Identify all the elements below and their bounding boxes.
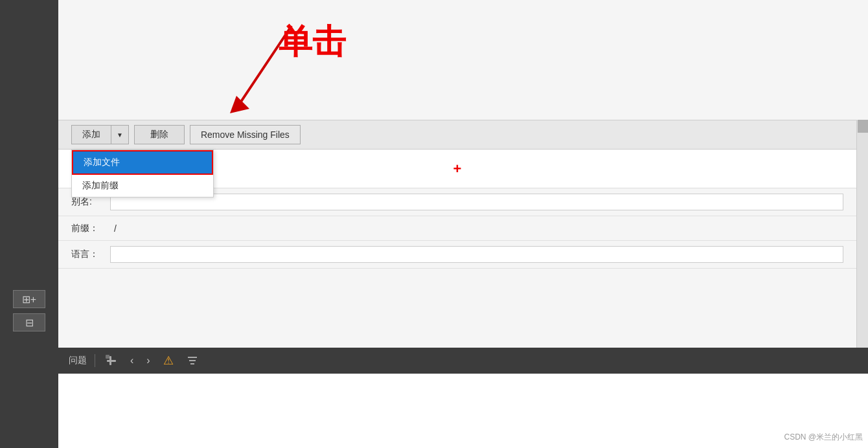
- remove-missing-button[interactable]: Remove Missing Files: [190, 125, 301, 144]
- sidebar-btn-collapse[interactable]: ⊟: [13, 313, 45, 331]
- right-scrollbar[interactable]: [856, 120, 868, 348]
- nav-prev-icon: ‹: [130, 355, 133, 366]
- dropdown-item-add-prefix[interactable]: 添加前缀: [72, 175, 213, 197]
- dropdown-item-add-file[interactable]: 添加文件: [72, 150, 213, 175]
- expand-icon: ⊞+: [22, 293, 36, 306]
- delete-button[interactable]: 删除: [134, 125, 185, 144]
- svg-rect-3: [109, 356, 111, 365]
- svg-marker-1: [230, 96, 249, 113]
- left-sidebar: ⊞+ ⊟: [0, 0, 58, 448]
- form-area: 别名: 前缀： / 语言：: [58, 188, 856, 269]
- bottom-panel-label: 问题: [69, 355, 87, 366]
- warning-icon: ⚠: [163, 353, 174, 368]
- add-file-label: 添加文件: [84, 157, 120, 168]
- bottom-toolbar: 问题 ‹ › ⚠: [58, 348, 868, 374]
- dropdown-menu: 添加文件 添加前缀: [71, 150, 214, 197]
- fix-icon: [106, 355, 117, 366]
- collapse-icon: ⊟: [25, 317, 34, 329]
- remove-missing-label: Remove Missing Files: [201, 129, 290, 140]
- alias-label: 别名:: [71, 196, 110, 208]
- svg-rect-4: [106, 355, 109, 359]
- annotation-area: 单击: [58, 0, 868, 120]
- fix-icon-btn[interactable]: [103, 353, 120, 368]
- annotation-text: 单击: [279, 19, 346, 65]
- add-prefix-label: 添加前缀: [82, 180, 119, 190]
- divider-1: [95, 354, 95, 367]
- filter-icon-btn[interactable]: [184, 353, 201, 368]
- alias-input[interactable]: [110, 194, 843, 210]
- form-row-language: 语言：: [58, 241, 856, 269]
- main-content: 单击 添加 ▼ 删除 Remove Missing Files 添加文件 添加前…: [58, 0, 868, 448]
- sidebar-btn-expand[interactable]: ⊞+: [13, 290, 45, 308]
- warning-icon-btn[interactable]: ⚠: [161, 352, 176, 369]
- nav-next-icon: ›: [146, 355, 150, 366]
- language-input[interactable]: [110, 246, 843, 263]
- filter-icon: [187, 355, 198, 366]
- nav-next-btn[interactable]: ›: [144, 353, 152, 368]
- add-dropdown-arrow[interactable]: ▼: [111, 126, 128, 144]
- form-row-prefix: 前缀： /: [58, 216, 856, 241]
- toolbar-row: 添加 ▼ 删除 Remove Missing Files: [58, 120, 868, 150]
- bottom-panel: 问题 ‹ › ⚠: [58, 348, 868, 448]
- scroll-thumb[interactable]: [858, 120, 868, 133]
- add-button-label: 添加: [72, 126, 111, 144]
- language-label: 语言：: [71, 249, 110, 260]
- prefix-label: 前缀：: [71, 223, 110, 234]
- bottom-content: [58, 374, 868, 448]
- nav-prev-btn[interactable]: ‹: [128, 353, 136, 368]
- plus-icon: +: [453, 161, 462, 177]
- prefix-value: /: [110, 223, 843, 234]
- add-button[interactable]: 添加 ▼: [71, 125, 129, 144]
- delete-button-label: 删除: [150, 129, 168, 140]
- watermark: CSDN @米兰的小红黑: [784, 432, 863, 443]
